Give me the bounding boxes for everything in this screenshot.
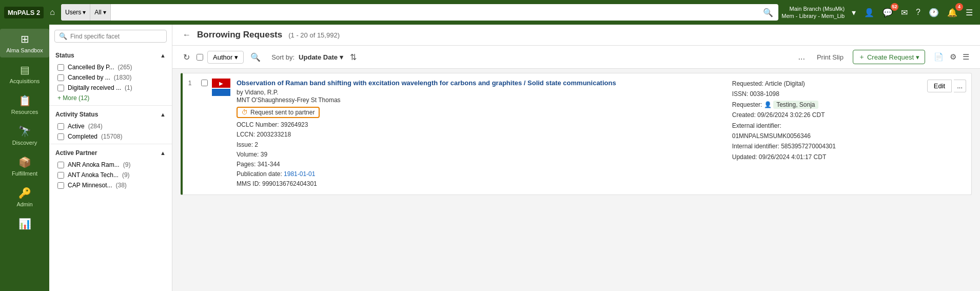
sidebar-item-acquisitions[interactable]: ▤ Acquisitions: [0, 60, 49, 88]
facet-status-more[interactable]: + More (12): [49, 93, 172, 103]
content-header: ← Borrowing Requests (1 - 20 of 15,992): [172, 25, 980, 46]
result-title[interactable]: Observation of Raman band shifting with …: [237, 79, 724, 88]
admin-icon: 🔑: [18, 187, 31, 199]
result-location: MNT O'Shaughnessy-Frey St Thomas: [237, 96, 724, 104]
select-all-checkbox[interactable]: [197, 54, 203, 61]
nav-home-button[interactable]: ⌂: [47, 6, 58, 19]
status-badge: ⏱ Request sent to partner: [237, 107, 320, 118]
analytics-icon: 📊: [18, 218, 31, 230]
facet-checkbox[interactable]: [57, 64, 64, 71]
sidebar-item-analytics[interactable]: 📊: [0, 214, 49, 236]
view-list-button[interactable]: ☰: [960, 51, 972, 63]
facet-checkbox[interactable]: [57, 172, 64, 179]
back-button[interactable]: ←: [181, 30, 193, 40]
facet-checkbox[interactable]: [57, 182, 64, 189]
facet-activity-active[interactable]: Active (284): [49, 121, 172, 131]
facet-partner-ant[interactable]: ANT Anoka Tech... (9): [49, 170, 172, 180]
facet-status-digitally-received[interactable]: Digitally received ... (1): [49, 83, 172, 93]
top-navigation: MnPALS 2 ⌂ Users ▾ All ▾ 🔍 Main Branch (…: [0, 0, 980, 25]
chevron-up-icon: ▲: [160, 111, 166, 118]
search-icon: 🔍: [59, 32, 67, 40]
global-search-input[interactable]: [111, 9, 758, 16]
sidebar-item-discovery[interactable]: 🔭 Discovery: [0, 121, 49, 150]
row-actions: Edit ...: [927, 79, 966, 92]
view-columns-button[interactable]: ⚙: [947, 51, 959, 63]
more-options-button[interactable]: ...: [796, 51, 808, 63]
chevron-down-icon: ▾: [103, 9, 106, 16]
author-filter-button[interactable]: Author ▾: [207, 51, 244, 64]
row-checkbox-container: [201, 79, 208, 88]
refresh-button[interactable]: ↻: [181, 51, 192, 64]
chevron-up-icon: ▲: [160, 150, 166, 156]
resources-icon: 📋: [18, 94, 31, 107]
facet-active-partner-header[interactable]: Active Partner ▲: [49, 146, 172, 160]
location-display: Main Branch (MsuMk) Mem - Library - Mem_…: [781, 5, 845, 20]
nav-user-button[interactable]: 👤: [861, 6, 877, 20]
sidebar-item-admin[interactable]: 🔑 Admin: [0, 183, 49, 211]
nav-tasks-button[interactable]: ✉: [898, 6, 911, 20]
facet-partner-anr[interactable]: ANR Anoka Ram... (9): [49, 160, 172, 170]
search-scope-users-button[interactable]: Users ▾: [61, 4, 90, 21]
search-facet-button[interactable]: 🔍: [248, 51, 263, 64]
print-slip-button[interactable]: Print Slip: [812, 51, 849, 63]
nav-notifications-button[interactable]: 🔔 4: [944, 6, 961, 20]
facet-search-container: 🔍: [54, 30, 167, 43]
chevron-down-icon: ▾: [340, 53, 343, 61]
chevron-down-icon: ▾: [83, 9, 86, 16]
nav-dropdown-button[interactable]: ▾: [849, 6, 859, 20]
pub-date-link[interactable]: 1981-01-01: [284, 170, 315, 178]
nav-help-button[interactable]: ?: [913, 6, 924, 19]
row-more-button[interactable]: ...: [954, 80, 966, 92]
app-logo[interactable]: MnPALS 2: [4, 7, 44, 18]
row-flag: ▶: [212, 79, 232, 96]
facet-partner-cap[interactable]: CAP Minnesot... (38): [49, 180, 172, 190]
clock-icon: ⏱: [242, 109, 248, 116]
facet-search-input[interactable]: [70, 33, 162, 40]
facet-status-cancelled-by[interactable]: Cancelled by ... (1830): [49, 72, 172, 83]
sidebar-item-resources[interactable]: 📋 Resources: [0, 90, 49, 119]
nav-recent-button[interactable]: 🕐: [926, 6, 942, 20]
facet-checkbox[interactable]: [57, 133, 64, 140]
row-number: 1: [183, 79, 197, 87]
row-checkbox[interactable]: [201, 80, 208, 86]
nav-messages-button[interactable]: 💬 52: [879, 6, 896, 20]
facet-activity-completed[interactable]: Completed (15708): [49, 131, 172, 142]
sort-direction-button[interactable]: ⇅: [347, 51, 359, 64]
facet-checkbox[interactable]: [57, 85, 64, 91]
chevron-down-icon: ▾: [234, 53, 238, 61]
view-file-button[interactable]: 📄: [931, 51, 946, 63]
view-toggle-buttons: 📄 ⚙ ☰: [931, 51, 972, 63]
facet-status-header[interactable]: Status ▲: [49, 49, 172, 62]
edit-button[interactable]: Edit: [927, 80, 952, 92]
results-list: 1 ▶ Observation of Raman band shifting w…: [172, 69, 980, 291]
discovery-icon: 🔭: [18, 125, 31, 138]
facet-checkbox[interactable]: [57, 123, 64, 130]
facet-checkbox[interactable]: [57, 74, 64, 81]
sort-field-button[interactable]: Update Date ▾: [299, 53, 343, 61]
fulfillment-icon: 📦: [18, 156, 31, 168]
plus-icon: ＋: [858, 52, 865, 62]
facet-section-activity-status: Activity Status ▲ Active (284) Completed…: [49, 108, 172, 144]
flag-blue: [212, 89, 230, 96]
flag-red: ▶: [212, 79, 230, 88]
facet-checkbox[interactable]: [57, 162, 64, 168]
global-search-bar: Users ▾ All ▾ 🔍: [61, 4, 778, 21]
table-row: 1 ▶ Observation of Raman band shifting w…: [181, 73, 972, 195]
sort-label: Sort by:: [271, 53, 295, 61]
main-layout: ⊞ Alma Sandbox ▤ Acquisitions 📋 Resource…: [0, 25, 980, 291]
sidebar-item-alma-sandbox[interactable]: ⊞ Alma Sandbox: [0, 29, 49, 57]
search-scope-all-button[interactable]: All ▾: [90, 4, 110, 21]
chevron-up-icon: ▲: [160, 52, 166, 59]
search-submit-button[interactable]: 🔍: [758, 4, 778, 21]
nav-menu-button[interactable]: ☰: [963, 6, 976, 20]
create-request-button[interactable]: ＋ Create Request ▾: [853, 50, 925, 64]
sidebar-item-fulfillment[interactable]: 📦 Fulfillment: [0, 152, 49, 181]
result-author: by Vidano, R.P.: [237, 89, 724, 96]
nav-right-section: Main Branch (MsuMk) Mem - Library - Mem_…: [781, 5, 976, 20]
grid-icon: ⊞: [21, 33, 29, 45]
facet-activity-status-header[interactable]: Activity Status ▲: [49, 108, 172, 121]
facet-status-cancelled-p[interactable]: Cancelled By P... (265): [49, 62, 172, 72]
acquisitions-icon: ▤: [20, 64, 30, 76]
row-metadata: OCLC Number: 39264923 LCCN: 2003233218 I…: [237, 120, 724, 189]
row-main-content: Observation of Raman band shifting with …: [237, 79, 724, 189]
